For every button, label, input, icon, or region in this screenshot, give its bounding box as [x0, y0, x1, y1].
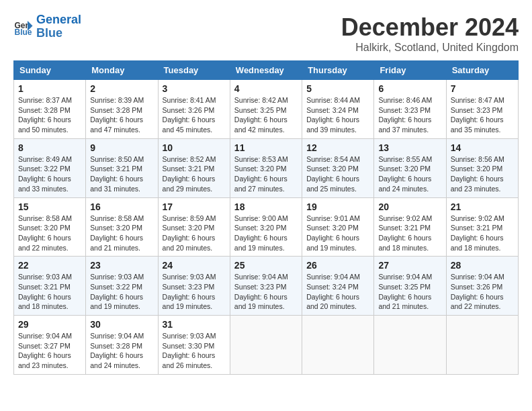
day-number: 9: [90, 142, 153, 153]
day-number: 11: [234, 142, 298, 153]
day-number: 6: [378, 83, 441, 94]
day-number: 19: [306, 201, 369, 212]
logo-icon: Gen Blue: [13, 17, 34, 37]
title-area: December 2024 Halkirk, Scotland, United …: [341, 13, 519, 54]
day-number: 12: [306, 142, 369, 153]
calendar-week-2: 8 Sunrise: 8:49 AMSunset: 3:22 PMDayligh…: [14, 138, 519, 197]
day-number: 8: [18, 142, 81, 153]
calendar-cell: 7 Sunrise: 8:47 AMSunset: 3:23 PMDayligh…: [446, 80, 518, 139]
day-info: Sunrise: 9:03 AMSunset: 3:22 PMDaylight:…: [90, 273, 144, 310]
day-number: 15: [18, 201, 81, 212]
calendar-cell: [374, 316, 446, 375]
day-info: Sunrise: 9:04 AMSunset: 3:26 PMDaylight:…: [451, 273, 504, 310]
day-number: 31: [163, 319, 226, 330]
calendar-cell: 22 Sunrise: 9:03 AMSunset: 3:21 PMDaylig…: [14, 257, 86, 316]
day-info: Sunrise: 8:52 AMSunset: 3:21 PMDaylight:…: [163, 155, 216, 193]
calendar-table: SundayMondayTuesdayWednesdayThursdayFrid…: [13, 60, 519, 375]
calendar-week-4: 22 Sunrise: 9:03 AMSunset: 3:21 PMDaylig…: [14, 257, 519, 316]
day-number: 3: [163, 83, 226, 94]
day-info: Sunrise: 9:02 AMSunset: 3:21 PMDaylight:…: [451, 214, 504, 252]
calendar-cell: 20 Sunrise: 9:02 AMSunset: 3:21 PMDaylig…: [374, 197, 446, 257]
day-number: 20: [378, 201, 441, 212]
day-number: 17: [163, 201, 226, 212]
day-info: Sunrise: 9:04 AMSunset: 3:24 PMDaylight:…: [306, 273, 360, 310]
calendar-cell: 29 Sunrise: 9:04 AMSunset: 3:27 PMDaylig…: [14, 316, 86, 375]
calendar-cell: [302, 316, 374, 375]
calendar-week-5: 29 Sunrise: 9:04 AMSunset: 3:27 PMDaylig…: [14, 316, 519, 375]
calendar-week-1: 1 Sunrise: 8:37 AMSunset: 3:28 PMDayligh…: [14, 80, 519, 139]
day-info: Sunrise: 9:01 AMSunset: 3:20 PMDaylight:…: [306, 214, 360, 252]
header: Gen Blue General Blue December 2024 Halk…: [13, 13, 519, 54]
day-number: 10: [163, 142, 226, 153]
calendar-cell: 27 Sunrise: 9:04 AMSunset: 3:25 PMDaylig…: [374, 257, 446, 316]
day-info: Sunrise: 8:58 AMSunset: 3:20 PMDaylight:…: [18, 214, 72, 252]
day-number: 27: [378, 260, 441, 271]
day-info: Sunrise: 9:03 AMSunset: 3:21 PMDaylight:…: [18, 273, 72, 310]
day-number: 24: [163, 260, 226, 271]
day-number: 1: [18, 83, 81, 94]
calendar-cell: [230, 316, 302, 375]
calendar-cell: 18 Sunrise: 9:00 AMSunset: 3:20 PMDaylig…: [230, 197, 302, 257]
day-number: 25: [234, 260, 298, 271]
calendar-cell: 5 Sunrise: 8:44 AMSunset: 3:24 PMDayligh…: [302, 80, 374, 139]
day-info: Sunrise: 8:44 AMSunset: 3:24 PMDaylight:…: [306, 96, 360, 134]
calendar-cell: 11 Sunrise: 8:53 AMSunset: 3:20 PMDaylig…: [230, 138, 302, 197]
day-number: 28: [451, 260, 514, 271]
weekday-header-friday: Friday: [374, 61, 446, 80]
weekday-header-tuesday: Tuesday: [158, 61, 230, 80]
calendar-cell: 31 Sunrise: 9:03 AMSunset: 3:30 PMDaylig…: [158, 316, 230, 375]
calendar-cell: 28 Sunrise: 9:04 AMSunset: 3:26 PMDaylig…: [446, 257, 518, 316]
day-number: 23: [90, 260, 153, 271]
calendar-cell: 4 Sunrise: 8:42 AMSunset: 3:25 PMDayligh…: [230, 80, 302, 139]
logo-line1: General: [36, 13, 81, 26]
day-info: Sunrise: 9:04 AMSunset: 3:23 PMDaylight:…: [234, 273, 288, 310]
day-info: Sunrise: 8:55 AMSunset: 3:20 PMDaylight:…: [378, 155, 432, 193]
calendar-cell: 1 Sunrise: 8:37 AMSunset: 3:28 PMDayligh…: [14, 80, 86, 139]
calendar-cell: 3 Sunrise: 8:41 AMSunset: 3:26 PMDayligh…: [158, 80, 230, 139]
calendar-cell: 19 Sunrise: 9:01 AMSunset: 3:20 PMDaylig…: [302, 197, 374, 257]
calendar-cell: [446, 316, 518, 375]
day-number: 18: [234, 201, 298, 212]
weekday-header-saturday: Saturday: [446, 61, 518, 80]
calendar-cell: 16 Sunrise: 8:58 AMSunset: 3:20 PMDaylig…: [86, 197, 158, 257]
day-info: Sunrise: 8:54 AMSunset: 3:20 PMDaylight:…: [306, 155, 360, 193]
calendar-cell: 30 Sunrise: 9:04 AMSunset: 3:28 PMDaylig…: [86, 316, 158, 375]
day-info: Sunrise: 9:04 AMSunset: 3:28 PMDaylight:…: [90, 332, 144, 369]
calendar-week-3: 15 Sunrise: 8:58 AMSunset: 3:20 PMDaylig…: [14, 197, 519, 257]
day-number: 29: [18, 319, 81, 330]
day-info: Sunrise: 9:02 AMSunset: 3:21 PMDaylight:…: [378, 214, 432, 252]
day-number: 14: [451, 142, 514, 153]
day-info: Sunrise: 8:41 AMSunset: 3:26 PMDaylight:…: [163, 96, 216, 134]
day-number: 16: [90, 201, 153, 212]
day-number: 5: [306, 83, 369, 94]
day-info: Sunrise: 8:50 AMSunset: 3:21 PMDaylight:…: [90, 155, 144, 193]
calendar-cell: 12 Sunrise: 8:54 AMSunset: 3:20 PMDaylig…: [302, 138, 374, 197]
day-number: 4: [234, 83, 298, 94]
weekday-header-wednesday: Wednesday: [230, 61, 302, 80]
weekday-header-monday: Monday: [86, 61, 158, 80]
weekday-header-row: SundayMondayTuesdayWednesdayThursdayFrid…: [14, 61, 519, 80]
day-info: Sunrise: 8:37 AMSunset: 3:28 PMDaylight:…: [18, 96, 72, 134]
location-subtitle: Halkirk, Scotland, United Kingdom: [341, 42, 519, 54]
calendar-cell: 21 Sunrise: 9:02 AMSunset: 3:21 PMDaylig…: [446, 197, 518, 257]
day-info: Sunrise: 8:53 AMSunset: 3:20 PMDaylight:…: [234, 155, 288, 193]
calendar-cell: 6 Sunrise: 8:46 AMSunset: 3:23 PMDayligh…: [374, 80, 446, 139]
month-title: December 2024: [341, 13, 519, 42]
day-info: Sunrise: 8:56 AMSunset: 3:20 PMDaylight:…: [451, 155, 504, 193]
calendar-cell: 14 Sunrise: 8:56 AMSunset: 3:20 PMDaylig…: [446, 138, 518, 197]
day-number: 2: [90, 83, 153, 94]
day-info: Sunrise: 8:58 AMSunset: 3:20 PMDaylight:…: [90, 214, 144, 252]
day-info: Sunrise: 8:42 AMSunset: 3:25 PMDaylight:…: [234, 96, 288, 134]
logo-line2: Blue: [36, 26, 62, 40]
day-info: Sunrise: 8:39 AMSunset: 3:28 PMDaylight:…: [90, 96, 144, 134]
calendar-cell: 8 Sunrise: 8:49 AMSunset: 3:22 PMDayligh…: [14, 138, 86, 197]
logo-text: General Blue: [36, 13, 81, 40]
calendar-cell: 13 Sunrise: 8:55 AMSunset: 3:20 PMDaylig…: [374, 138, 446, 197]
day-info: Sunrise: 8:46 AMSunset: 3:23 PMDaylight:…: [378, 96, 432, 134]
day-number: 7: [451, 83, 514, 94]
day-info: Sunrise: 9:03 AMSunset: 3:30 PMDaylight:…: [163, 332, 216, 369]
svg-text:Blue: Blue: [15, 28, 32, 37]
calendar-cell: 10 Sunrise: 8:52 AMSunset: 3:21 PMDaylig…: [158, 138, 230, 197]
day-info: Sunrise: 9:00 AMSunset: 3:20 PMDaylight:…: [234, 214, 288, 252]
day-number: 26: [306, 260, 369, 271]
